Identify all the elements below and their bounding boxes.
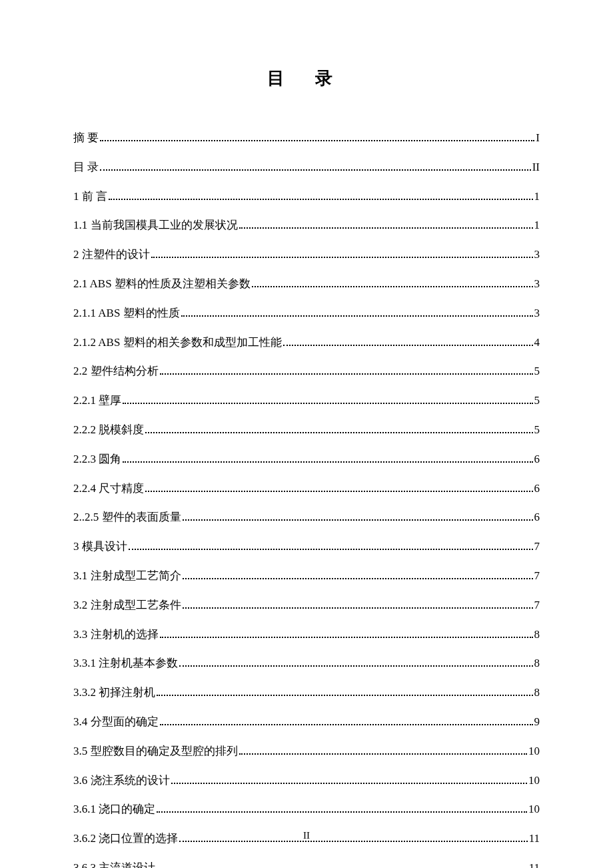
toc-entry: 2.1.1 ABS 塑料的性质3 (73, 305, 540, 321)
toc-entry-page: 3 (534, 276, 540, 292)
toc-entry: 2.2 塑件结构分析5 (73, 363, 540, 379)
toc-entry-page: 5 (534, 393, 540, 409)
toc-entry: 2.2.4 尺寸精度6 (73, 481, 540, 497)
toc-entry-label: 3.1 注射成型工艺简介 (73, 568, 181, 584)
toc-entry: 3 模具设计7 (73, 539, 540, 555)
toc-entry: 2..2.5 塑件的表面质量6 (73, 509, 540, 525)
toc-leader-dots (157, 803, 527, 813)
toc-entry: 2.1 ABS 塑料的性质及注塑相关参数3 (73, 276, 540, 292)
toc-entry-page: 1 (534, 217, 540, 233)
toc-entry: 1.1 当前我国模具工业的发展状况1 (73, 217, 540, 233)
toc-leader-dots (129, 540, 533, 551)
toc-entry-label: 3 模具设计 (73, 539, 127, 555)
toc-entry-page: 9 (534, 714, 540, 730)
toc-leader-dots (160, 715, 533, 725)
toc-entry: 3.1 注射成型工艺简介7 (73, 568, 540, 584)
toc-entry-label: 2.2.3 圆角 (73, 451, 121, 467)
toc-entry: 3.5 型腔数目的确定及型腔的排列10 (73, 743, 540, 759)
toc-entry-page: 5 (534, 363, 540, 379)
toc-entry: 3.6 浇注系统的设计10 (73, 773, 540, 789)
toc-leader-dots (100, 160, 530, 171)
toc-entry-page: 3 (534, 247, 540, 263)
toc-entry-label: 3.6 浇注系统的设计 (73, 773, 170, 789)
toc-entry-page: 6 (534, 481, 540, 497)
toc-entry: 目 录II (73, 159, 540, 175)
toc-entry-label: 3.3 注射机的选择 (73, 627, 159, 643)
toc-entry: 3.3.2 初择注射机8 (73, 685, 540, 701)
toc-entry: 2.2.2 脱模斜度5 (73, 422, 540, 438)
toc-leader-dots (183, 569, 533, 579)
toc-entry: 2.2.1 壁厚5 (73, 393, 540, 409)
toc-entry: 1 前 言1 (73, 189, 540, 205)
toc-entry-label: 1 前 言 (73, 189, 107, 205)
toc-entry: 3.3.1 注射机基本参数8 (73, 655, 540, 671)
toc-leader-dots (145, 423, 532, 433)
toc-leader-dots (145, 481, 532, 492)
toc-leader-dots (123, 394, 532, 405)
toc-entry-page: 10 (528, 743, 540, 759)
toc-leader-dots (181, 306, 533, 317)
toc-entry: 3.2 注射成型工艺条件7 (73, 597, 540, 613)
toc-entry: 3.6.1 浇口的确定10 (73, 801, 540, 817)
document-page: 目 录 摘 要I目 录II1 前 言11.1 当前我国模具工业的发展状况12 注… (0, 0, 613, 868)
toc-leader-dots (123, 452, 532, 463)
toc-title: 目 录 (73, 67, 540, 90)
toc-entry-label: 2.2.1 壁厚 (73, 393, 121, 409)
toc-leader-dots (239, 219, 533, 229)
toc-leader-dots (160, 365, 533, 375)
toc-entry-label: 摘 要 (73, 130, 99, 146)
toc-leader-dots (239, 744, 528, 755)
toc-entry: 3.4 分型面的确定9 (73, 714, 540, 730)
toc-entry-label: 3.2 注射成型工艺条件 (73, 597, 181, 613)
toc-entry-label: 3.5 型腔数目的确定及型腔的排列 (73, 743, 238, 759)
toc-entry-page: 8 (534, 627, 540, 643)
toc-leader-dots (283, 335, 533, 346)
toc-leader-dots (171, 773, 528, 784)
toc-entry-label: 2.2 塑件结构分析 (73, 363, 159, 379)
toc-leader-dots (183, 511, 533, 521)
toc-entry-page: 7 (534, 597, 540, 613)
toc-entry-label: 2 注塑件的设计 (73, 247, 150, 263)
toc-leader-dots (109, 189, 533, 200)
toc-entry-page: 7 (534, 539, 540, 555)
toc-leader-dots (179, 657, 532, 667)
toc-entry: 3.3 注射机的选择8 (73, 627, 540, 643)
toc-entry: 2.2.3 圆角6 (73, 451, 540, 467)
toc-leader-dots (157, 861, 527, 868)
toc-entry-page: I (536, 130, 540, 146)
toc-entry: 3.6.3 主流道设计11 (73, 860, 540, 868)
toc-entry-page: 5 (534, 422, 540, 438)
toc-entry: 摘 要I (73, 130, 540, 146)
toc-entry: 2 注塑件的设计3 (73, 247, 540, 263)
toc-entry-page: 10 (528, 801, 540, 817)
toc-entry-label: 3.6.3 主流道设计 (73, 860, 155, 868)
toc-entry-page: 6 (534, 451, 540, 467)
toc-entry-label: 3.3.2 初择注射机 (73, 685, 155, 701)
toc-entry-label: 2..2.5 塑件的表面质量 (73, 509, 181, 525)
toc-entry-label: 2.1 ABS 塑料的性质及注塑相关参数 (73, 276, 251, 292)
toc-entry-page: II (532, 159, 540, 175)
toc-entry-label: 3.3.1 注射机基本参数 (73, 655, 178, 671)
toc-entry-label: 2.1.1 ABS 塑料的性质 (73, 305, 180, 321)
toc-entry-page: 6 (534, 509, 540, 525)
toc-entry-page: 4 (534, 335, 540, 351)
toc-entry-label: 3.6.1 浇口的确定 (73, 801, 155, 817)
table-of-contents: 摘 要I目 录II1 前 言11.1 当前我国模具工业的发展状况12 注塑件的设… (73, 130, 540, 868)
toc-entry-label: 目 录 (73, 159, 99, 175)
toc-entry: 2.1.2 ABS 塑料的相关参数和成型加工性能4 (73, 335, 540, 351)
toc-entry-page: 8 (534, 685, 540, 701)
toc-entry-label: 2.2.2 脱模斜度 (73, 422, 144, 438)
toc-leader-dots (100, 131, 534, 141)
toc-leader-dots (151, 248, 533, 259)
toc-leader-dots (160, 627, 533, 638)
toc-leader-dots (157, 686, 532, 697)
toc-leader-dots (252, 277, 533, 287)
toc-entry-label: 2.2.4 尺寸精度 (73, 481, 144, 497)
toc-entry-page: 10 (528, 773, 540, 789)
toc-leader-dots (183, 598, 533, 609)
toc-entry-page: 7 (534, 568, 540, 584)
toc-entry-label: 3.4 分型面的确定 (73, 714, 159, 730)
toc-entry-page: 1 (534, 189, 540, 205)
page-number-footer: II (0, 830, 613, 841)
toc-entry-page: 11 (529, 860, 540, 868)
